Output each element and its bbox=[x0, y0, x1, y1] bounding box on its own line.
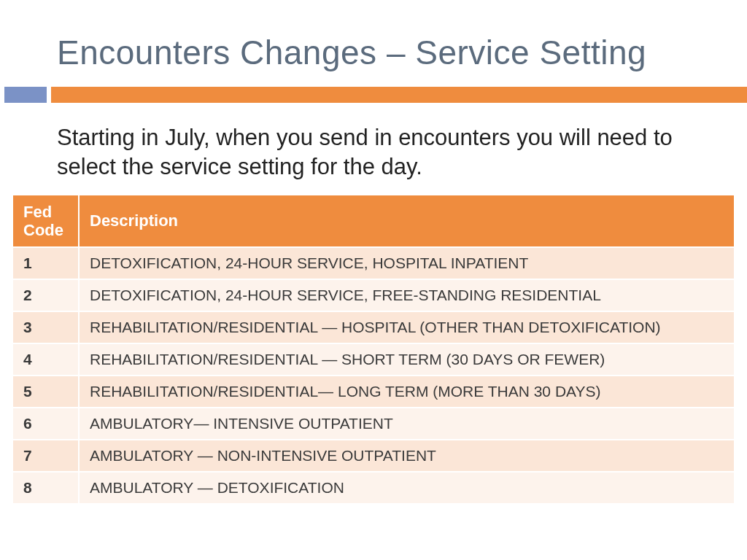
cell-code: 8 bbox=[13, 472, 79, 503]
cell-desc: REHABILITATION/RESIDENTIAL— LONG TERM (M… bbox=[79, 376, 734, 408]
intro-text: Starting in July, when you send in encou… bbox=[0, 123, 747, 182]
table-row: 4 REHABILITATION/RESIDENTIAL — SHORT TER… bbox=[13, 343, 734, 376]
accent-bar bbox=[0, 87, 747, 103]
cell-desc: AMBULATORY — DETOXIFICATION bbox=[79, 472, 734, 503]
table-row: 3 REHABILITATION/RESIDENTIAL — HOSPITAL … bbox=[13, 311, 734, 343]
col-header-desc: Description bbox=[79, 195, 734, 248]
cell-desc: DETOXIFICATION, 24-HOUR SERVICE, FREE-ST… bbox=[79, 279, 734, 311]
cell-code: 3 bbox=[13, 311, 79, 343]
slide: Encounters Changes – Service Setting Sta… bbox=[0, 0, 747, 503]
cell-code: 6 bbox=[13, 408, 79, 440]
cell-desc: REHABILITATION/RESIDENTIAL — SHORT TERM … bbox=[79, 343, 734, 376]
table-row: 5 REHABILITATION/RESIDENTIAL— LONG TERM … bbox=[13, 376, 734, 408]
table-row: 6 AMBULATORY— INTENSIVE OUTPATIENT bbox=[13, 408, 734, 440]
table-row: 2 DETOXIFICATION, 24-HOUR SERVICE, FREE-… bbox=[13, 279, 734, 311]
cell-desc: AMBULATORY— INTENSIVE OUTPATIENT bbox=[79, 408, 734, 440]
cell-code: 5 bbox=[13, 376, 79, 408]
accent-orange bbox=[51, 87, 747, 103]
cell-desc: DETOXIFICATION, 24-HOUR SERVICE, HOSPITA… bbox=[79, 247, 734, 279]
cell-code: 2 bbox=[13, 279, 79, 311]
cell-code: 4 bbox=[13, 343, 79, 376]
service-setting-table: Fed Code Description 1 DETOXIFICATION, 2… bbox=[13, 195, 734, 504]
table-row: 8 AMBULATORY — DETOXIFICATION bbox=[13, 472, 734, 503]
cell-desc: REHABILITATION/RESIDENTIAL — HOSPITAL (O… bbox=[79, 311, 734, 343]
table-row: 7 AMBULATORY — NON-INTENSIVE OUTPATIENT bbox=[13, 440, 734, 472]
page-title: Encounters Changes – Service Setting bbox=[0, 33, 747, 72]
cell-code: 7 bbox=[13, 440, 79, 472]
col-header-code: Fed Code bbox=[13, 195, 79, 248]
table-header-row: Fed Code Description bbox=[13, 195, 734, 248]
table-row: 1 DETOXIFICATION, 24-HOUR SERVICE, HOSPI… bbox=[13, 247, 734, 279]
cell-code: 1 bbox=[13, 247, 79, 279]
table-wrap: Fed Code Description 1 DETOXIFICATION, 2… bbox=[0, 195, 747, 504]
accent-blue bbox=[4, 87, 47, 103]
cell-desc: AMBULATORY — NON-INTENSIVE OUTPATIENT bbox=[79, 440, 734, 472]
